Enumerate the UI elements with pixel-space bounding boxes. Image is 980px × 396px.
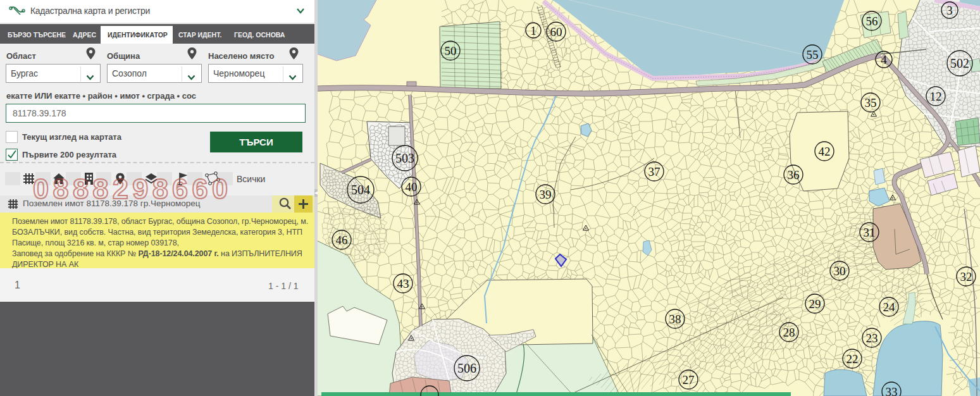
svg-text:46: 46 bbox=[336, 233, 348, 247]
svg-text:60: 60 bbox=[550, 25, 562, 39]
svg-text:35: 35 bbox=[865, 96, 877, 109]
svg-text:50: 50 bbox=[445, 44, 457, 58]
svg-text:36: 36 bbox=[788, 168, 800, 182]
svg-text:38: 38 bbox=[669, 312, 681, 326]
svg-text:39: 39 bbox=[540, 188, 552, 201]
svg-text:22: 22 bbox=[847, 352, 859, 366]
svg-text:32: 32 bbox=[960, 270, 972, 283]
svg-text:37: 37 bbox=[648, 165, 661, 178]
svg-text:504: 504 bbox=[351, 183, 370, 197]
svg-text:27: 27 bbox=[683, 373, 695, 387]
svg-text:502: 502 bbox=[950, 56, 969, 70]
svg-text:28: 28 bbox=[783, 326, 795, 339]
svg-text:31: 31 bbox=[864, 226, 876, 239]
svg-text:33: 33 bbox=[886, 385, 898, 396]
svg-text:43: 43 bbox=[397, 277, 409, 290]
svg-text:12: 12 bbox=[930, 90, 942, 103]
svg-text:29: 29 bbox=[809, 297, 821, 311]
svg-text:30: 30 bbox=[834, 264, 846, 278]
svg-text:4: 4 bbox=[881, 53, 887, 66]
svg-text:24: 24 bbox=[883, 300, 896, 314]
svg-text:42: 42 bbox=[819, 145, 831, 158]
svg-text:0888298660: 0888298660 bbox=[33, 173, 228, 205]
svg-text:503: 503 bbox=[395, 151, 414, 165]
svg-text:56: 56 bbox=[866, 15, 878, 28]
svg-text:40: 40 bbox=[406, 180, 418, 194]
svg-text:23: 23 bbox=[866, 331, 878, 345]
svg-text:55: 55 bbox=[807, 48, 819, 61]
svg-text:506: 506 bbox=[457, 361, 476, 375]
svg-text:1: 1 bbox=[530, 24, 537, 37]
svg-text:3: 3 bbox=[946, 4, 953, 17]
